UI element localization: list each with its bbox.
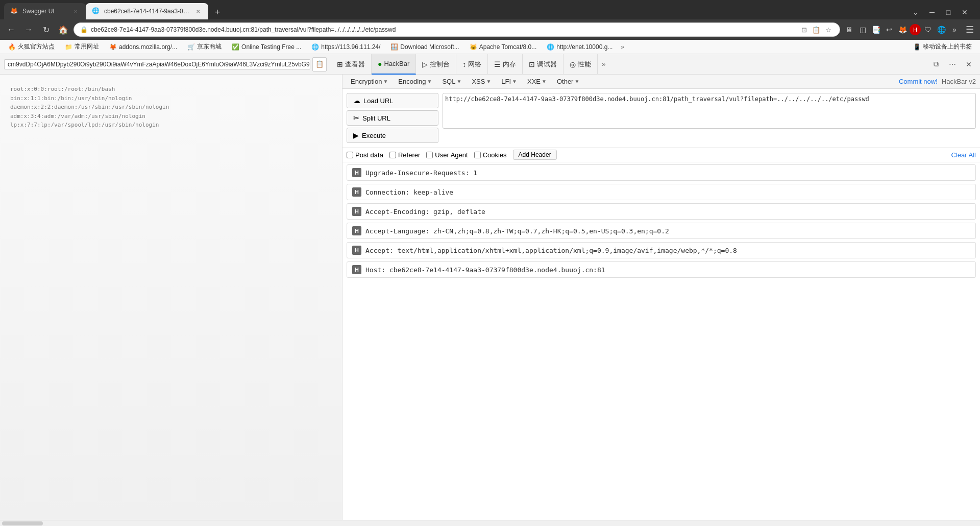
bookmark-mobile[interactable]: 📱 移动设备上的书签 [909,41,976,52]
tab-close-active[interactable]: ✕ [194,7,202,15]
header-text: Host: cbe62ce8-7e14-4147-9aa3-07379f800d… [365,266,605,274]
devtools-close-button[interactable]: ✕ [962,57,976,71]
menu-sql[interactable]: SQL ▼ [438,77,465,86]
menu-xss[interactable]: XSS ▼ [468,77,495,86]
commit-link[interactable]: Commit now! [899,78,938,85]
tab-swagger[interactable]: 🦊 Swagger UI ✕ [4,3,86,19]
nav-reload-button[interactable]: ↻ [39,22,53,37]
ext-hackbar-icon[interactable]: H [910,24,921,35]
execute-button[interactable]: ▶ Execute [347,128,438,143]
lfi-label: LFI [501,78,511,85]
bookmark-tomcat[interactable]: 🐱 Apache Tomcat/8.0... [465,42,541,52]
page-content-preview: root:x:0:0:root:/root:/bin/bash bin:x:1:… [10,85,169,130]
header-text: Accept: text/html,application/xhtml+xml,… [365,247,737,254]
hackbar-url-area: ☁ Load URL ✂ Split URL ▶ Execute http://… [342,89,980,148]
header-item: H Host: cbe62ce8-7e14-4147-9aa3-07379f80… [347,261,976,278]
cookies-input[interactable] [474,152,481,158]
new-tab-button[interactable]: + [210,5,225,19]
execute-icon: ▶ [353,131,359,139]
bookmark-ip-label: https://113.96.111.24/ [321,43,380,51]
tab-close-swagger[interactable]: ✕ [71,7,80,15]
bookmark-enet[interactable]: 🌐 http://enet.10000.g... [543,42,617,52]
devtools-more[interactable]: » [598,60,609,68]
user-agent-input[interactable] [426,152,433,158]
add-header-button[interactable]: Add Header [513,150,557,160]
bookmark-jd[interactable]: 🛒 京东商城 [183,41,226,52]
referer-checkbox[interactable]: Referer [389,151,420,159]
bookmark-ms-icon: 🪟 [390,43,398,51]
window-list-button[interactable]: ⌄ [909,5,923,19]
address-text: cbe62ce8-7e14-4147-9aa3-07379f800d3e.nod… [91,26,796,33]
bookmark-enet-icon: 🌐 [547,43,554,51]
tab-debugger[interactable]: ⊡ 调试器 [523,54,564,75]
split-url-icon: ✂ [353,114,359,122]
header-badge: H [352,207,361,216]
screen-icon[interactable]: ⊡ [799,25,809,35]
post-data-checkbox[interactable]: Post data [347,151,383,159]
ext-back-icon[interactable]: ↩ [883,23,895,36]
star-icon[interactable]: ☆ [823,25,834,35]
ext-shield-icon[interactable]: 🛡 [922,23,934,36]
nav-back-button[interactable]: ← [4,22,18,37]
menu-encoding[interactable]: Encoding ▼ [394,77,436,86]
bookmark-firefox[interactable]: 🔥 火狐官方站点 [4,41,59,52]
bookmark-addons-icon: 🦊 [109,43,117,51]
clear-all-button[interactable]: Clear All [951,151,976,159]
devtools-undock-button[interactable]: ⧉ [929,57,943,71]
bookmark-testing[interactable]: ✅ Online Testing Free ... [228,42,305,52]
menu-lfi[interactable]: LFI ▼ [497,77,521,86]
tab-performance[interactable]: ◎ 性能 [564,54,598,75]
devtools-options-button[interactable]: ⋯ [945,57,960,71]
window-minimize-button[interactable]: ─ [925,5,939,19]
tab-network[interactable]: ↕ 网络 [456,54,488,75]
bookmarks-more[interactable]: » [619,43,626,51]
bookmark-common[interactable]: 📁 常用网址 [61,41,103,52]
devtools-copy-button[interactable]: 📋 [312,57,327,71]
header-text: Accept-Encoding: gzip, deflate [365,208,485,216]
copy-icon[interactable]: 📋 [811,25,821,35]
nav-forward-button[interactable]: → [21,22,36,37]
tab-console[interactable]: ▷ 控制台 [416,54,456,75]
menu-encryption[interactable]: Encryption ▼ [347,77,392,86]
header-item: H Accept-Language: zh-CN,zh;q=0.8,zh-TW;… [347,223,976,239]
header-text: Connection: keep-alive [365,188,453,196]
ext-translate-icon[interactable]: 🌐 [935,23,947,36]
load-url-button[interactable]: ☁ Load URL [347,93,438,108]
bookmark-common-icon: 📁 [65,43,72,51]
security-icon: 🔒 [80,26,88,33]
ext-monitor-icon[interactable]: 🖥 [843,23,855,36]
cookies-checkbox[interactable]: Cookies [474,151,507,159]
address-bar[interactable]: 🔒 cbe62ce8-7e14-4147-9aa3-07379f800d3e.n… [74,22,840,37]
headers-list: H Upgrade-Insecure-Requests: 1 H Connect… [342,162,980,520]
ext-fx-icon[interactable]: 🦊 [896,23,909,36]
bookmark-addons[interactable]: 🦊 addons.mozilla.org/... [105,42,181,52]
window-maximize-button[interactable]: □ [941,5,955,19]
tab-active[interactable]: 🌐 cbe62ce8-7e14-4147-9aa3-0737... ✕ [86,3,208,19]
encoding-label: Encoding [398,78,426,85]
user-agent-checkbox[interactable]: User Agent [426,151,468,159]
bookmark-ip-icon: 🌐 [311,43,319,51]
devtools-tabs: ⊞ 查看器 ● HackBar ▷ 控制台 ↕ 网络 ☰ 内存 ⊡ 调试器 [331,54,610,75]
post-data-input[interactable] [347,152,353,158]
menu-xxe[interactable]: XXE ▼ [523,77,551,86]
url-input[interactable]: http://cbe62ce8-7e14-4147-9aa3-07379f800… [443,93,976,129]
tab-hackbar[interactable]: ● HackBar [372,54,416,75]
tab-memory[interactable]: ☰ 内存 [488,54,523,75]
menu-other[interactable]: Other ▼ [553,77,583,86]
window-close-button[interactable]: ✕ [958,5,972,19]
tab-inspector[interactable]: ⊞ 查看器 [331,54,372,75]
ext-bookmark-icon[interactable]: 📑 [870,23,882,36]
bookmark-ms[interactable]: 🪟 Download Microsoft... [386,42,463,52]
encoded-text-display: cm9vdDp4OjA6MDpyb290Oi9yb290Oi9iaW4vYmFz… [4,59,310,69]
nav-home-button[interactable]: 🏠 [56,22,70,37]
header-item: H Connection: keep-alive [347,184,976,200]
ext-more-icon[interactable]: » [948,23,961,36]
scrollbar-thumb[interactable] [2,521,43,525]
bookmark-ip[interactable]: 🌐 https://113.96.111.24/ [307,42,384,52]
referer-input[interactable] [389,152,396,158]
split-url-button[interactable]: ✂ Split URL [347,110,438,126]
bookmark-mobile-label: 移动设备上的书签 [923,42,972,51]
ext-sidebar-icon[interactable]: ◫ [856,23,869,36]
header-text: Upgrade-Insecure-Requests: 1 [365,169,477,177]
browser-menu-button[interactable]: ☰ [964,24,976,35]
